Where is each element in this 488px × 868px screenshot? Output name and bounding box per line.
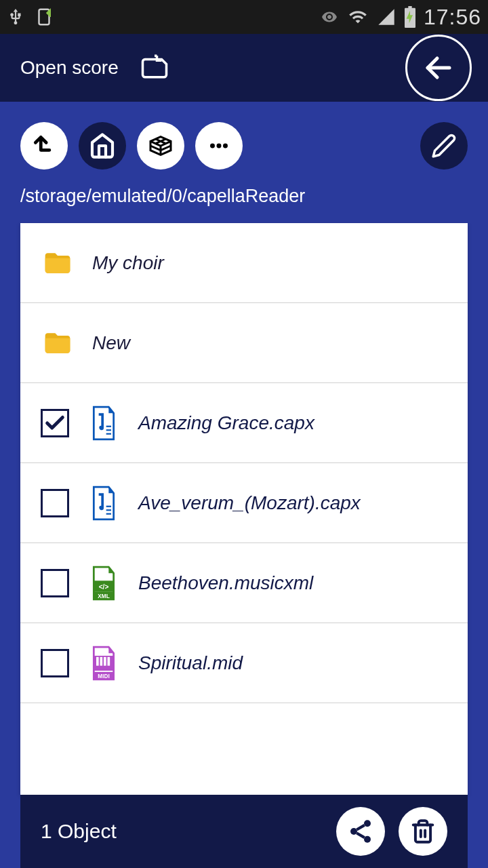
list-item[interactable]: My choir bbox=[20, 223, 468, 303]
xml-file-icon: </>XML bbox=[87, 566, 121, 601]
empty-row bbox=[20, 703, 468, 783]
file-list: My choir New Amazing Grace.capx bbox=[20, 223, 468, 795]
open-file-icon bbox=[139, 52, 170, 83]
svg-point-24 bbox=[364, 836, 371, 843]
eye-icon bbox=[319, 9, 340, 25]
item-label: My choir bbox=[92, 252, 164, 274]
status-bar: 17:56 bbox=[0, 0, 488, 34]
svg-text:MIDI: MIDI bbox=[98, 673, 109, 679]
status-time: 17:56 bbox=[424, 5, 481, 30]
path-display: /storage/emulated/0/capellaReader bbox=[20, 186, 468, 207]
item-label: Beethoven.musicxml bbox=[138, 572, 313, 594]
capx-file-icon bbox=[87, 486, 121, 521]
up-button[interactable] bbox=[20, 122, 68, 170]
checkbox[interactable] bbox=[41, 649, 69, 677]
svg-point-22 bbox=[364, 820, 371, 827]
folder-icon bbox=[41, 248, 75, 278]
item-label: Amazing Grace.capx bbox=[138, 412, 314, 434]
list-item[interactable]: </>XML Beethoven.musicxml bbox=[20, 543, 468, 623]
selection-count: 1 Object bbox=[41, 820, 117, 843]
checkbox[interactable] bbox=[41, 409, 69, 437]
svg-rect-9 bbox=[106, 509, 111, 511]
svg-rect-19 bbox=[108, 656, 110, 665]
bottom-bar: 1 Object bbox=[20, 795, 468, 868]
midi-file-icon: MIDI bbox=[87, 646, 121, 681]
svg-rect-8 bbox=[106, 505, 111, 507]
app-bar: Open score bbox=[0, 34, 488, 102]
checkbox[interactable] bbox=[41, 489, 69, 517]
battery-icon bbox=[403, 6, 417, 28]
back-button[interactable] bbox=[405, 35, 472, 101]
capx-file-icon bbox=[87, 406, 121, 441]
home-button[interactable] bbox=[79, 122, 126, 170]
svg-point-4 bbox=[223, 144, 228, 149]
share-button[interactable] bbox=[336, 807, 385, 856]
item-label: New bbox=[92, 332, 130, 354]
svg-point-2 bbox=[210, 144, 215, 149]
signal-icon bbox=[376, 7, 396, 26]
svg-text:XML: XML bbox=[98, 593, 109, 599]
sync-icon bbox=[34, 5, 54, 28]
svg-point-23 bbox=[350, 828, 357, 835]
folder-icon bbox=[41, 328, 75, 358]
item-label: Ave_verum_(Mozart).capx bbox=[138, 492, 361, 514]
svg-rect-5 bbox=[106, 425, 111, 427]
checkbox[interactable] bbox=[41, 569, 69, 597]
toolbar bbox=[20, 122, 468, 170]
svg-rect-18 bbox=[104, 656, 106, 665]
list-item[interactable]: Amazing Grace.capx bbox=[20, 383, 468, 463]
item-label: Spiritual.mid bbox=[138, 652, 243, 674]
edit-button[interactable] bbox=[420, 122, 468, 170]
more-button[interactable] bbox=[195, 122, 243, 170]
svg-rect-17 bbox=[100, 656, 103, 665]
svg-rect-6 bbox=[106, 429, 111, 431]
page-title: Open score bbox=[20, 57, 119, 79]
svg-rect-7 bbox=[106, 433, 111, 434]
view-button[interactable] bbox=[137, 122, 184, 170]
delete-button[interactable] bbox=[399, 807, 447, 856]
list-item[interactable]: New bbox=[20, 303, 468, 383]
svg-rect-16 bbox=[96, 656, 99, 665]
svg-rect-10 bbox=[106, 513, 111, 514]
svg-text:</>: </> bbox=[99, 583, 109, 591]
usb-icon bbox=[7, 5, 24, 28]
wifi-icon bbox=[346, 7, 369, 26]
content-area: /storage/emulated/0/capellaReader My cho… bbox=[0, 102, 488, 868]
list-item[interactable]: MIDI Spiritual.mid bbox=[20, 623, 468, 703]
svg-point-3 bbox=[217, 144, 222, 149]
list-item[interactable]: Ave_verum_(Mozart).capx bbox=[20, 463, 468, 543]
